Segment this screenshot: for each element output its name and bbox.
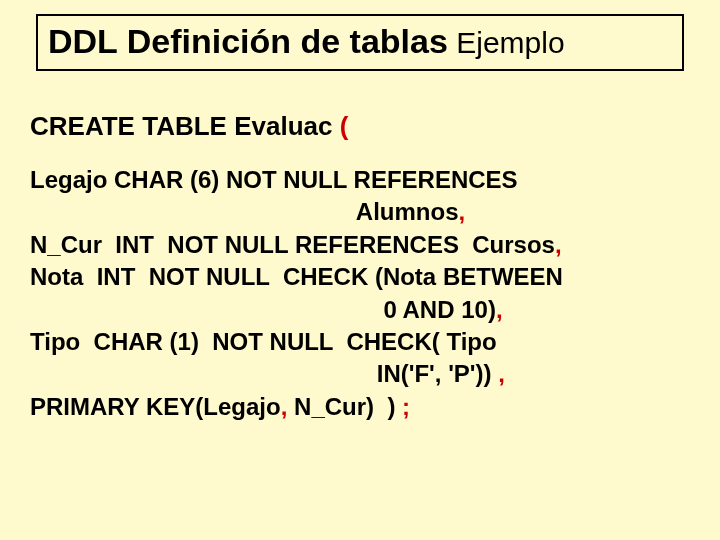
code-line-3: N_Cur INT NOT NULL REFERENCES Cursos, [30,229,690,261]
code-line-4: Nota INT NOT NULL CHECK (Nota BETWEEN [30,261,690,293]
create-sql: CREATE TABLE Evaluac [30,111,340,141]
code-line-1: Legajo CHAR (6) NOT NULL REFERENCES [30,164,690,196]
create-table-line: CREATE TABLE Evaluac ( [30,111,690,142]
code-block: Legajo CHAR (6) NOT NULL REFERENCES Alum… [30,164,690,423]
code-line-8: PRIMARY KEY(Legajo, N_Cur) ) ; [30,391,690,423]
slide: DDL Definición de tablas Ejemplo CREATE … [0,0,720,540]
code-line-2: Alumnos, [30,196,690,228]
title-main: DDL Definición de tablas [48,22,448,60]
code-line-6: Tipo CHAR (1) NOT NULL CHECK( Tipo [30,326,690,358]
open-paren: ( [340,111,349,141]
title-box: DDL Definición de tablas Ejemplo [36,14,684,71]
code-line-7: IN('F', 'P')) , [30,358,690,390]
code-line-5: 0 AND 10), [30,294,690,326]
title-sub: Ejemplo [448,26,565,59]
